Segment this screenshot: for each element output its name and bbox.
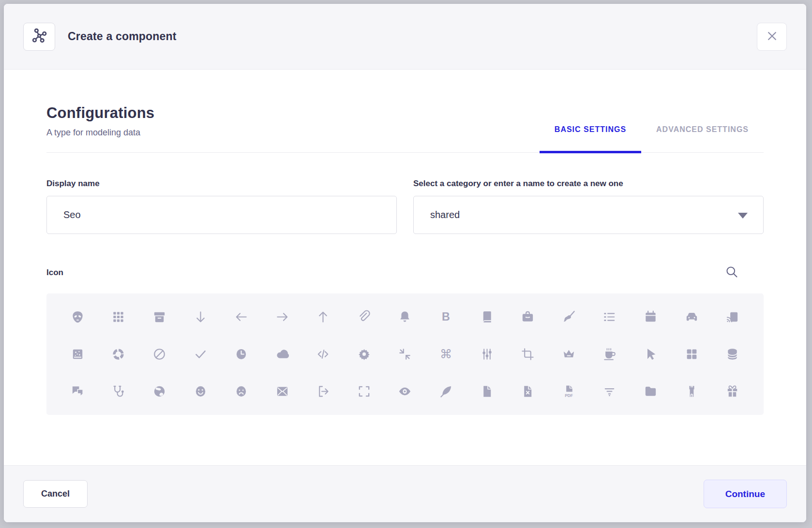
modal-title: Create a component	[68, 30, 177, 43]
section-title: Configurations	[46, 104, 764, 122]
check-icon[interactable]	[180, 336, 221, 373]
modal-footer: Cancel Continue	[4, 465, 806, 522]
component-icon-box	[23, 23, 55, 51]
arrow-down-icon[interactable]	[180, 298, 221, 336]
chart-pie-icon[interactable]	[139, 336, 180, 373]
section-head: Configurations A type for modeling data …	[46, 104, 764, 153]
collapse-icon[interactable]	[385, 336, 426, 373]
svg-text:⌘: ⌘	[440, 347, 452, 361]
chevron-down-icon	[738, 213, 748, 219]
feather-icon[interactable]	[425, 373, 466, 410]
cloud-icon[interactable]	[262, 336, 303, 373]
cup-icon[interactable]	[589, 336, 631, 373]
category-label: Select a category or enter a name to cre…	[413, 179, 764, 189]
calendar-icon[interactable]	[630, 298, 671, 336]
arrow-right-icon[interactable]	[262, 298, 303, 336]
gift-icon[interactable]	[712, 373, 753, 410]
apps-icon[interactable]	[98, 298, 139, 336]
icon-grid-row: ⌘	[57, 336, 753, 373]
icon-search-button[interactable]	[725, 265, 738, 280]
gate-icon[interactable]	[671, 373, 712, 410]
file-icon[interactable]	[466, 373, 508, 410]
continue-button[interactable]: Continue	[704, 480, 787, 508]
earth-icon[interactable]	[139, 373, 180, 410]
book-icon[interactable]	[466, 298, 508, 336]
settings-tabs: BASIC SETTINGS ADVANCED SETTINGS	[540, 125, 764, 153]
arrow-left-icon[interactable]	[221, 298, 262, 336]
connector-icon[interactable]	[466, 336, 508, 373]
alien-icon[interactable]	[57, 298, 98, 336]
icon-grid: B⌘PDF	[46, 293, 764, 415]
car-icon[interactable]	[671, 298, 712, 336]
svg-text:B: B	[442, 310, 450, 323]
expand-icon[interactable]	[344, 373, 385, 410]
envelop-icon[interactable]	[262, 373, 303, 410]
modal-header: Create a component	[4, 4, 806, 70]
doctor-icon[interactable]	[98, 373, 139, 410]
filter-icon[interactable]	[589, 373, 631, 410]
cancel-button[interactable]: Cancel	[23, 480, 88, 508]
display-name-field-group: Display name	[46, 179, 397, 234]
category-select[interactable]: shared	[413, 196, 764, 234]
arrow-up-icon[interactable]	[303, 298, 344, 336]
emotion-unhappy-icon[interactable]	[221, 373, 262, 410]
tab-basic-settings[interactable]: BASIC SETTINGS	[540, 125, 641, 153]
svg-text:PDF: PDF	[565, 393, 573, 398]
icon-grid-row: PDF	[57, 373, 753, 410]
discuss-icon[interactable]	[57, 373, 98, 410]
cast-icon[interactable]	[712, 298, 753, 336]
icon-section-head: Icon	[46, 265, 764, 280]
folder-icon[interactable]	[630, 373, 671, 410]
crop-icon[interactable]	[507, 336, 548, 373]
clock-icon[interactable]	[221, 336, 262, 373]
cog-icon[interactable]	[344, 336, 385, 373]
code-icon[interactable]	[303, 336, 344, 373]
dashboard-icon[interactable]	[671, 336, 712, 373]
bullet-list-icon[interactable]	[589, 298, 631, 336]
database-icon[interactable]	[712, 336, 753, 373]
bell-icon[interactable]	[385, 298, 426, 336]
category-field-group: Select a category or enter a name to cre…	[413, 179, 764, 234]
crown-icon[interactable]	[548, 336, 589, 373]
emotion-happy-icon[interactable]	[180, 373, 221, 410]
icon-grid-row: B	[57, 298, 753, 336]
bold-icon[interactable]: B	[425, 298, 466, 336]
command-icon[interactable]: ⌘	[425, 336, 466, 373]
search-icon	[725, 265, 738, 280]
chart-bubble-icon[interactable]	[57, 336, 98, 373]
file-error-icon[interactable]	[507, 373, 548, 410]
icon-picker-label: Icon	[46, 268, 63, 278]
category-selected-value: shared	[430, 209, 460, 220]
component-icon	[30, 27, 48, 46]
file-pdf-icon[interactable]: PDF	[548, 373, 589, 410]
eye-icon[interactable]	[385, 373, 426, 410]
close-icon	[766, 29, 779, 44]
cursor-icon[interactable]	[630, 336, 671, 373]
form-row: Display name Select a category or enter …	[46, 179, 764, 234]
close-button[interactable]	[757, 23, 787, 51]
attachment-icon[interactable]	[344, 298, 385, 336]
tab-advanced-settings[interactable]: ADVANCED SETTINGS	[641, 125, 764, 153]
modal-body: Configurations A type for modeling data …	[4, 70, 806, 465]
create-component-modal: Create a component Configurations A type…	[4, 4, 806, 522]
briefcase-icon[interactable]	[507, 298, 548, 336]
chart-circle-icon[interactable]	[98, 336, 139, 373]
brush-icon[interactable]	[548, 298, 589, 336]
display-name-label: Display name	[46, 179, 397, 189]
archive-icon[interactable]	[139, 298, 180, 336]
exit-icon[interactable]	[303, 373, 344, 410]
display-name-input[interactable]	[46, 196, 397, 234]
